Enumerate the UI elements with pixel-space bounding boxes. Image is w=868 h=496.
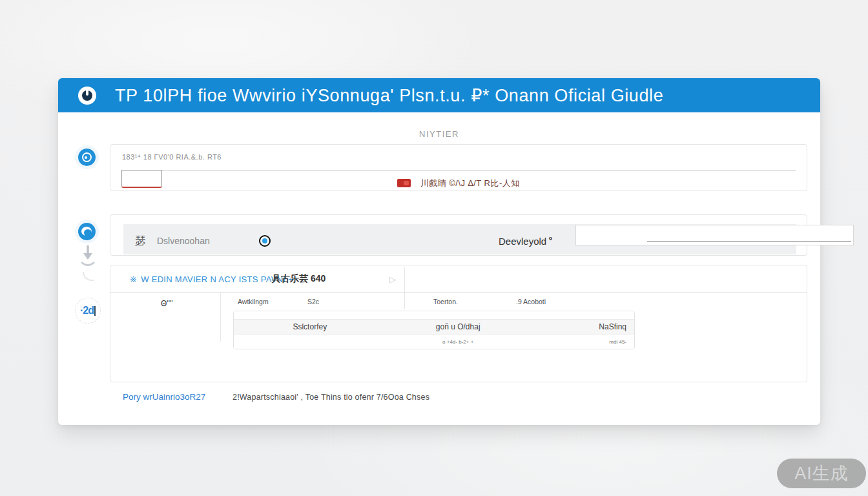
- radio-button[interactable]: [259, 235, 271, 247]
- table-header-row: Sslctorfey goñ u O/dhaj NaSfinq: [234, 319, 634, 335]
- notice-row: 川戲睛 ©/\J ∆/T R比-人知: [110, 177, 807, 189]
- settings-row: 瑟 Dslvenoohan Deevleyold⁹: [123, 224, 796, 254]
- title-bar: TP 10lPH fioe Wwvirio iYSonnuga' Plsn.t.…: [58, 78, 820, 112]
- faint-curve-icon: [83, 272, 94, 281]
- select-mark: ⁹: [548, 234, 552, 244]
- ai-watermark-badge: AI生成: [777, 459, 866, 488]
- settings-panel: 瑟 Dslvenoohan Deevleyold⁹: [110, 214, 807, 256]
- red-flag-icon: [397, 179, 411, 187]
- notice-text: 川戲睛 ©/\J ∆/T R比-人知: [420, 178, 520, 189]
- table-header-cell: NaSfinq: [530, 322, 634, 331]
- tab-secondary-label[interactable]: 具古乐芸 640: [272, 273, 326, 285]
- table-spacer: [234, 311, 634, 319]
- column-divider: [220, 293, 221, 342]
- tab-divider: [404, 267, 405, 309]
- column-header: S2c: [307, 298, 319, 305]
- table-cell: mdi 45-: [530, 339, 634, 345]
- user-slash-icon: Θ'''': [161, 299, 173, 308]
- column-header: Awtkilngm: [238, 298, 269, 305]
- table-header-cell: goñ u O/dhaj: [386, 322, 530, 331]
- field-label: 183¹⁴ 18 ΓV0'0 RIA.&.b. RT6: [122, 153, 222, 161]
- inner-table: Sslctorfey goñ u O/dhaj NaSfinq o +4d- b…: [233, 311, 635, 349]
- table-row[interactable]: o +4d- b-2+ + mdi 45-: [234, 335, 634, 349]
- footer-link[interactable]: Pory wrUainrio3oR27: [123, 392, 205, 402]
- table-cell: o +4d- b-2+ +: [386, 339, 530, 345]
- sliders-icon: 瑟: [135, 233, 146, 248]
- table-header-cell: Sslctorfey: [234, 322, 386, 331]
- clock-icon[interactable]: [78, 149, 96, 166]
- input-panel: 183¹⁴ 18 ΓV0'0 RIA.&.b. RT6 川戲睛 ©/\J ∆/T…: [110, 144, 807, 191]
- toggle-label: Dslvenoohan: [157, 236, 210, 246]
- select-input[interactable]: [575, 225, 854, 245]
- swirl-icon[interactable]: [78, 223, 96, 240]
- section-heading: NIYTIER: [58, 129, 820, 139]
- main-window: TP 10lPH fioe Wwvirio iYSonnuga' Plsn.t.…: [58, 78, 820, 425]
- table-panel: ※W EDIN MAVIER N ACY ISTS PAVNI + 具古乐芸 6…: [110, 265, 807, 382]
- badge-24-icon[interactable]: ·2d: [75, 298, 101, 324]
- down-arrow-icon: [79, 245, 96, 269]
- input-line: [647, 241, 851, 242]
- column-header: .9 Acoboti: [516, 298, 546, 305]
- chevron-right-icon[interactable]: ▷: [389, 274, 396, 284]
- tab-link[interactable]: ※W EDIN MAVIER N ACY ISTS PAVNI +: [130, 274, 293, 284]
- column-header: Toerton.: [433, 298, 458, 305]
- power-logo-icon: [78, 87, 96, 105]
- snowflake-icon: ※: [130, 274, 137, 284]
- footer-text: 2!Wapartschiaaoi' , Toe Thins tio ofenr …: [232, 393, 429, 402]
- input-underline: [121, 170, 796, 170]
- badge-bar-icon: [94, 306, 96, 316]
- window-title: TP 10lPH fioe Wwvirio iYSonnuga' Plsn.t.…: [115, 85, 663, 106]
- badge-24-label: ·2d: [80, 305, 94, 316]
- select-label: Deevleyold⁹: [499, 234, 552, 247]
